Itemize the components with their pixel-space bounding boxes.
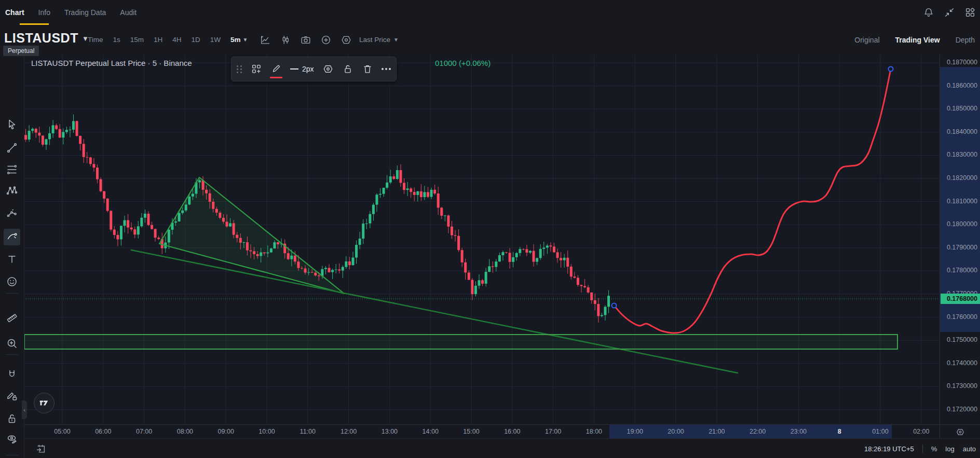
line-width-button[interactable]: 2px <box>290 65 314 73</box>
time-label: 07:00 <box>136 428 152 435</box>
axis-settings-corner[interactable] <box>940 424 980 439</box>
drag-handle-icon[interactable] <box>237 65 242 73</box>
price-label: 0.1840000 <box>947 128 977 135</box>
time-label: 23:00 <box>791 428 807 435</box>
interval-time[interactable]: Time <box>88 36 103 44</box>
divider <box>922 445 923 453</box>
line-width-icon <box>290 68 298 70</box>
delete-drawing-icon[interactable] <box>362 63 373 75</box>
tool-zoom-in-icon[interactable] <box>4 335 20 352</box>
time-label: 20:00 <box>668 428 684 435</box>
interval-15m[interactable]: 15m <box>130 36 144 44</box>
time-label: 16:00 <box>504 428 520 435</box>
interval-1d[interactable]: 1D <box>192 36 200 44</box>
tool-hide-drawings-icon[interactable] <box>4 431 20 448</box>
interval-4h[interactable]: 4H <box>172 36 181 44</box>
time-axis[interactable]: 05:0006:0007:0008:0009:0010:0011:0012:00… <box>24 424 940 439</box>
interval-1s[interactable]: 1s <box>113 36 120 44</box>
tab-trading-view[interactable]: Trading View <box>895 36 940 44</box>
price-label: 0.1820000 <box>947 174 977 182</box>
template-icon[interactable] <box>251 63 262 75</box>
tool-text-icon[interactable] <box>4 251 20 268</box>
tool-cursor-icon[interactable] <box>4 116 20 133</box>
tab-original[interactable]: Original <box>854 36 879 44</box>
line-style-icon[interactable] <box>322 63 334 75</box>
go-to-date-icon[interactable] <box>35 443 47 454</box>
clock[interactable]: 18:26:19 UTC+5 <box>864 445 914 453</box>
apps-grid-icon[interactable] <box>964 7 976 18</box>
time-label: 18:00 <box>586 428 602 435</box>
time-label: 21:00 <box>709 428 725 435</box>
screenshot-camera-icon[interactable] <box>300 34 311 46</box>
top-menu-bar: Chart Info Trading Data Audit <box>0 0 980 25</box>
unlock-icon[interactable] <box>342 63 353 75</box>
tool-emoji-icon[interactable] <box>4 273 20 290</box>
menu-info[interactable]: Info <box>38 8 50 17</box>
price-label: 0.1750000 <box>947 336 977 343</box>
time-label: 05:00 <box>54 428 70 435</box>
tool-xabcd-pattern-icon[interactable] <box>4 183 20 199</box>
tradingview-logo[interactable] <box>34 393 55 413</box>
time-label: 17:00 <box>545 428 561 435</box>
add-indicator-icon[interactable] <box>320 34 332 46</box>
candlestick-icon[interactable] <box>280 34 291 46</box>
percent-scale-button[interactable]: % <box>931 445 937 453</box>
menu-trading-data[interactable]: Trading Data <box>64 8 106 17</box>
chart-canvas[interactable] <box>24 54 940 424</box>
symbol-selector[interactable]: LISTAUSDT▼ <box>4 31 89 46</box>
interval-buttons: Time1s15m1H4H1D1W <box>88 25 221 54</box>
more-options-icon[interactable] <box>382 68 391 70</box>
main-menu: Chart Info Trading Data Audit <box>0 8 137 17</box>
chart-style-icon[interactable] <box>260 34 271 46</box>
price-label: 0.1800000 <box>947 220 977 228</box>
chevron-down-icon: ▼ <box>243 37 248 43</box>
tool-trend-line-icon[interactable] <box>4 140 20 156</box>
price-label: 0.1720000 <box>947 406 977 413</box>
symbol-toolbar: LISTAUSDT▼ Time1s15m1H4H1D1W 5m▼ <box>0 25 980 55</box>
toolbar-divider <box>6 293 18 294</box>
time-label: 11:00 <box>300 428 316 435</box>
price-label: 0.1850000 <box>947 105 977 112</box>
price-label: 0.1760000 <box>947 313 977 321</box>
price-axis[interactable]: 0.1768000 0.18700000.18600000.18500000.1… <box>940 54 980 424</box>
tool-magnet-icon[interactable] <box>4 366 20 383</box>
toolbar-collapse-handle[interactable]: ‹ <box>22 400 27 419</box>
menu-audit[interactable]: Audit <box>120 8 137 17</box>
collapse-window-icon[interactable] <box>944 7 955 18</box>
price-label: 0.1780000 <box>947 267 977 274</box>
chart-area[interactable]: LISTAUSDT Perpetual Last Price · 5 · Bin… <box>24 54 940 424</box>
price-label: 0.1790000 <box>947 244 977 251</box>
notifications-bell-icon[interactable] <box>923 7 934 18</box>
time-label: 19:00 <box>627 428 643 435</box>
time-label: 22:00 <box>750 428 766 435</box>
time-label: 06:00 <box>95 428 111 435</box>
time-label: 01:00 <box>872 428 888 435</box>
interval-1w[interactable]: 1W <box>210 36 221 44</box>
price-label: 0.1810000 <box>947 198 977 205</box>
log-scale-button[interactable]: log <box>945 445 954 453</box>
time-label: 15:00 <box>463 428 479 435</box>
tool-forecast-icon[interactable] <box>4 204 20 221</box>
chart-legend[interactable]: LISTAUSDT Perpetual Last Price · 5 · Bin… <box>31 59 192 67</box>
selected-color-swatch <box>270 77 282 78</box>
interval-1h[interactable]: 1H <box>154 36 162 44</box>
price-label: 0.1740000 <box>947 359 977 367</box>
price-source-dropdown[interactable]: Last Price▼ <box>359 25 399 54</box>
tool-lock-all-icon[interactable] <box>4 410 20 427</box>
time-label: 10:00 <box>258 428 275 435</box>
price-label: 0.1870000 <box>947 59 977 66</box>
tool-brush-icon[interactable] <box>4 229 20 245</box>
hexagon-settings-icon[interactable] <box>341 34 352 46</box>
interval-active[interactable]: 5m▼ <box>230 25 248 54</box>
view-tabs: Original Trading View Depth <box>854 25 975 54</box>
line-color-picker-icon[interactable] <box>270 63 282 75</box>
legend-change-value: 01000 (+0.06%) <box>435 59 491 67</box>
tool-ruler-icon[interactable] <box>4 310 20 326</box>
auto-scale-button[interactable]: auto <box>963 445 976 453</box>
toolbar-divider <box>6 455 18 455</box>
status-bar: 18:26:19 UTC+5 % log auto <box>24 438 980 458</box>
menu-chart[interactable]: Chart <box>5 8 24 17</box>
tab-depth[interactable]: Depth <box>956 36 975 44</box>
tool-fib-retracement-icon[interactable] <box>4 161 20 178</box>
tool-drawing-lock-icon[interactable] <box>4 387 20 404</box>
